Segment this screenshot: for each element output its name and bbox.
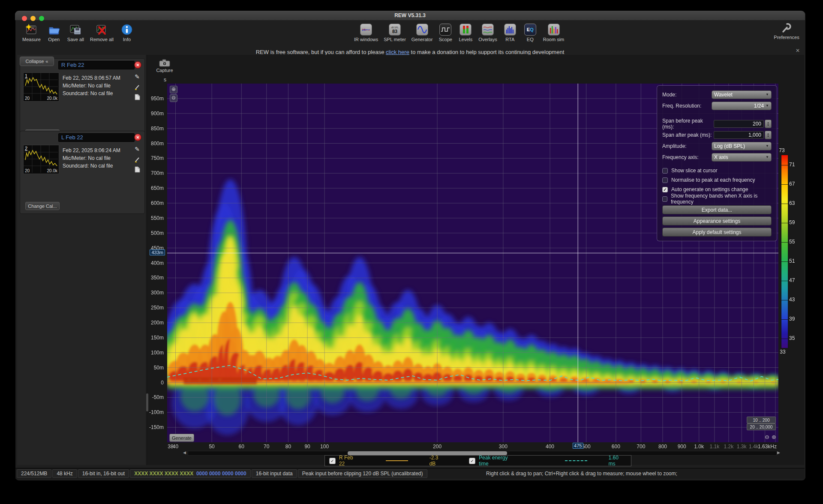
edit-notes-icon[interactable]: ✎ xyxy=(135,146,140,153)
delete-measurement-button[interactable]: ✕ xyxy=(134,61,141,69)
remove-all-button[interactable]: Remove all xyxy=(90,24,114,42)
y-axis-tick: 150m xyxy=(151,335,164,341)
info-button[interactable]: Info xyxy=(120,24,134,42)
y-axis-unit: s xyxy=(157,77,166,83)
chevron-left-icon: « xyxy=(45,59,48,64)
document-icon[interactable] xyxy=(135,94,140,100)
rta-icon xyxy=(504,24,516,36)
rta-button[interactable]: RTA xyxy=(503,24,517,42)
color-scale-tick: 35 xyxy=(789,335,795,341)
levels-button[interactable]: Levels xyxy=(458,24,473,42)
open-button[interactable]: Open xyxy=(47,24,61,42)
settings-checkbox-row[interactable]: Auto generate on settings change xyxy=(662,185,772,194)
measure-button[interactable]: Measure xyxy=(22,24,41,42)
preferences-button[interactable]: Preferences xyxy=(769,22,804,40)
measurement-name-field[interactable]: L Feb 22 xyxy=(58,133,135,142)
spl-meter-button[interactable]: dB SPL 83 SPL meter xyxy=(384,24,406,42)
zoom-in-y-icon[interactable]: ⊕ xyxy=(170,86,177,93)
document-icon[interactable] xyxy=(135,166,140,173)
x-axis-tick: 1.3k xyxy=(737,444,747,450)
x-axis-tick: 100 xyxy=(320,444,329,450)
color-scale-tick: 59 xyxy=(789,219,795,225)
x-axis-tick: 1.2k xyxy=(724,444,733,450)
y-axis-tick: 950m xyxy=(151,96,164,102)
time-range-box[interactable]: 10 .. 200 xyxy=(747,417,776,423)
save-all-button[interactable]: Save all xyxy=(67,24,84,42)
checkbox[interactable] xyxy=(662,168,668,174)
donation-message: REW is free software, but if you can aff… xyxy=(15,49,805,55)
settings-checkbox-row[interactable]: Show frequency bands when X axis is freq… xyxy=(662,195,772,203)
y-axis: 950m900m850m800m750m700m650m600m550m500m… xyxy=(145,84,165,442)
edit-notes-icon[interactable]: ✎ xyxy=(135,73,140,80)
measurement-card[interactable]: L Feb 22 ✕ 2 20 20.0k Feb 22, 2025 8:06:… xyxy=(20,131,145,214)
ir-windows-button[interactable]: IR windows xyxy=(354,24,378,42)
setting-dropdown[interactable]: Wavelet ▼ xyxy=(712,90,772,99)
series-checkbox[interactable]: ✓ xyxy=(469,458,475,464)
mic-cal-icon[interactable] xyxy=(134,84,140,90)
zoom-out-y-icon[interactable]: ⊖ xyxy=(170,94,177,102)
y-axis-tick: 600m xyxy=(151,200,164,206)
x-axis-tick: 1.63kHz xyxy=(758,444,777,450)
panel-button[interactable]: Export data... xyxy=(662,205,772,214)
settings-checkbox-row[interactable]: Show slice at cursor xyxy=(662,166,772,175)
checkbox[interactable] xyxy=(662,196,667,202)
series-checkbox[interactable]: ✓ xyxy=(329,458,336,464)
mic-cal-icon[interactable] xyxy=(134,156,140,162)
series-value: 1.60 ms xyxy=(609,455,627,467)
color-scale-tick: 39 xyxy=(789,316,795,322)
x-axis-tick: 1.4k xyxy=(749,444,759,450)
y-axis-tick: 100m xyxy=(151,350,164,356)
generate-button[interactable]: Generate xyxy=(169,434,194,442)
status-bar: 224/512MB 48 kHz 16-bit in, 16-bit out X… xyxy=(15,468,805,479)
setting-dropdown[interactable]: 1/24 ▼ xyxy=(712,102,772,110)
measurement-index: 1 xyxy=(25,73,27,78)
x-axis-tick: 90 xyxy=(304,444,310,450)
input-bits-status: XXXX XXXX XXXX XXXX 0000 0000 0000 0000 xyxy=(130,469,251,478)
chevron-down-icon: ▼ xyxy=(766,93,769,96)
setting-dropdown[interactable]: Log (dB SPL) ▼ xyxy=(712,142,772,150)
change-cal-button[interactable]: Change Cal... xyxy=(25,202,60,210)
setting-spinner[interactable]: 200 ▲▼ xyxy=(714,120,772,128)
room-sim-button[interactable]: Room sim xyxy=(543,24,565,42)
wrench-icon xyxy=(781,22,792,33)
freq-range-box[interactable]: 20 .. 20,000 xyxy=(747,423,776,430)
checkbox[interactable] xyxy=(662,187,668,192)
color-scale-tick: 43 xyxy=(789,297,795,303)
zoom-in-x-icon[interactable]: ⊕ xyxy=(772,434,776,440)
x-axis-tick: 900 xyxy=(678,444,686,450)
scroll-right-icon[interactable]: ▶ xyxy=(777,450,780,455)
color-scale-tick: 51 xyxy=(789,258,795,264)
measurement-thumbnail[interactable]: 2 20 20.0k xyxy=(23,145,59,174)
scope-button[interactable]: Scope xyxy=(438,24,453,42)
zoom-out-x-icon[interactable]: ⊖ xyxy=(765,434,769,440)
panel-button[interactable]: Appearance settings xyxy=(662,216,772,225)
y-axis-tick: 50m xyxy=(154,365,164,371)
eq-button[interactable]: EQ EQ xyxy=(523,24,538,42)
setting-spinner[interactable]: 1,000 ▲▼ xyxy=(714,131,772,139)
scroll-left-icon[interactable]: ◀ xyxy=(183,450,186,455)
scope-icon xyxy=(439,24,451,36)
generator-button[interactable]: Generator xyxy=(412,24,433,42)
spinner-arrows-icon[interactable]: ▲▼ xyxy=(765,120,772,128)
checkbox[interactable] xyxy=(662,177,668,183)
spinner-arrows-icon[interactable]: ▲▼ xyxy=(765,131,772,139)
donate-link[interactable]: click here xyxy=(386,49,409,55)
measurement-name-field[interactable]: R Feb 22 xyxy=(58,61,135,69)
y-cursor-readout: 433m xyxy=(150,249,165,255)
close-icon[interactable]: ✕ xyxy=(796,48,800,54)
setting-row: Frequency axis: X axis ▼ X axis ▲▼ xyxy=(662,153,772,162)
setting-label: Mode: xyxy=(662,92,712,98)
y-axis-tick: 750m xyxy=(151,155,164,161)
overlays-button[interactable]: Overlays xyxy=(478,24,497,42)
x-axis-tick: 400 xyxy=(546,444,554,450)
chevron-down-icon: ▼ xyxy=(766,144,769,148)
delete-measurement-button[interactable]: ✕ xyxy=(134,134,141,141)
measurement-thumbnail[interactable]: 1 20 20.0k xyxy=(23,72,59,102)
collapse-sidebar-button[interactable]: Collapse « xyxy=(20,57,54,66)
settings-checkbox-row[interactable]: Normalise to peak at each frequency xyxy=(662,176,772,184)
input-data-status: 16-bit input data xyxy=(252,469,297,478)
measurement-card[interactable]: R Feb 22 ✕ 1 20 20.0k Feb 22, 2025 8:06:… xyxy=(20,58,145,141)
setting-dropdown[interactable]: X axis ▼ xyxy=(712,153,772,162)
panel-button[interactable]: Apply default settings xyxy=(662,228,772,237)
capture-button[interactable]: Capture xyxy=(151,59,178,73)
